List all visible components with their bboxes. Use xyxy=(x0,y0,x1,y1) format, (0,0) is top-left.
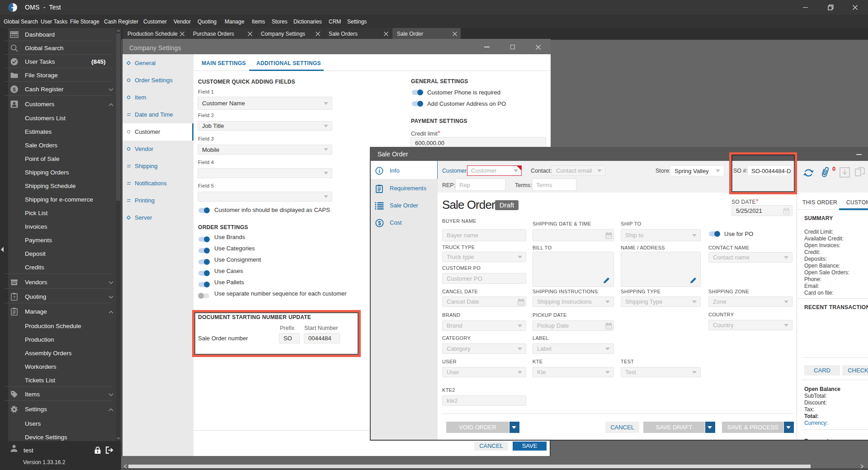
svg-text:$: $ xyxy=(378,220,381,226)
svg-text:$: $ xyxy=(13,87,16,92)
svg-text:?: ? xyxy=(13,295,16,300)
